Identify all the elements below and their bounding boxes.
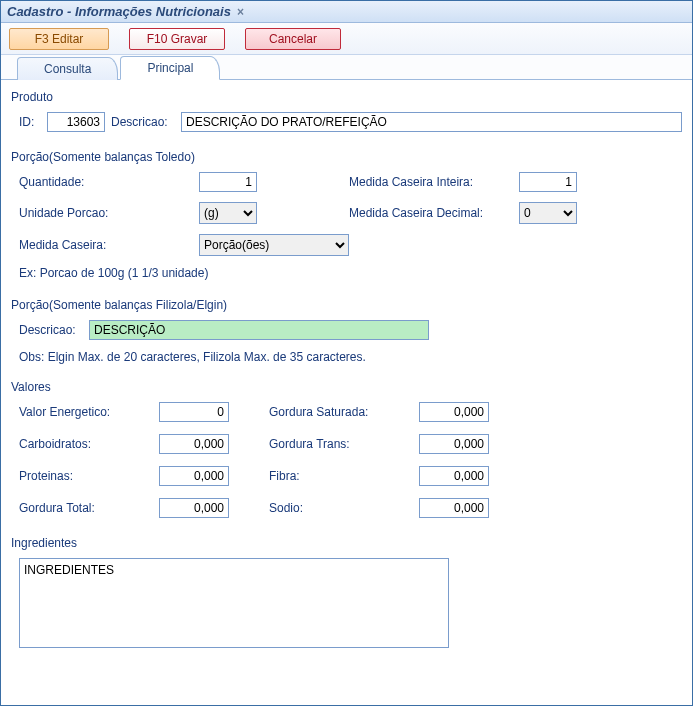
content-pane: Produto ID: Descricao: Porção(Somente ba… bbox=[1, 79, 692, 705]
proteinas-label: Proteinas: bbox=[19, 469, 159, 483]
gordura-trans-label: Gordura Trans: bbox=[269, 437, 419, 451]
window-title: Cadastro - Informações Nutricionais bbox=[7, 4, 231, 19]
fibra-field[interactable] bbox=[419, 466, 489, 486]
tab-consulta[interactable]: Consulta bbox=[17, 57, 118, 80]
fibra-label: Fibra: bbox=[269, 469, 419, 483]
ex-text: Ex: Porcao de 100g (1 1/3 unidade) bbox=[11, 266, 682, 280]
quantidade-label: Quantidade: bbox=[19, 175, 199, 189]
row-filizola-desc: Descricao: bbox=[11, 320, 682, 340]
titlebar: Cadastro - Informações Nutricionais × bbox=[1, 1, 692, 23]
filizola-descricao-label: Descricao: bbox=[19, 323, 89, 337]
section-porcao-filizola: Porção(Somente balanças Filizola/Elgin) bbox=[11, 298, 682, 312]
cancel-button[interactable]: Cancelar bbox=[245, 28, 341, 50]
grid-porcao-toledo: Quantidade: Medida Caseira Inteira: Unid… bbox=[11, 172, 682, 256]
medida-decimal-label: Medida Caseira Decimal: bbox=[349, 206, 519, 220]
gordura-saturada-field[interactable] bbox=[419, 402, 489, 422]
gordura-total-field[interactable] bbox=[159, 498, 229, 518]
section-valores: Valores bbox=[11, 380, 682, 394]
section-ingredientes: Ingredientes bbox=[11, 536, 682, 550]
row-ingredientes bbox=[11, 558, 682, 651]
close-icon[interactable]: × bbox=[237, 5, 244, 19]
medida-inteira-field[interactable] bbox=[519, 172, 577, 192]
window: Cadastro - Informações Nutricionais × F3… bbox=[0, 0, 693, 706]
descricao-field[interactable] bbox=[181, 112, 682, 132]
obs-text: Obs: Elgin Max. de 20 caracteres, Filizo… bbox=[11, 350, 682, 364]
tab-principal[interactable]: Principal bbox=[120, 56, 220, 80]
id-label: ID: bbox=[19, 115, 47, 129]
carboidratos-field[interactable] bbox=[159, 434, 229, 454]
unidade-porcao-select[interactable]: (g) bbox=[199, 202, 257, 224]
valor-energetico-label: Valor Energetico: bbox=[19, 405, 159, 419]
toolbar: F3 Editar F10 Gravar Cancelar bbox=[1, 23, 692, 55]
valor-energetico-field[interactable] bbox=[159, 402, 229, 422]
sodio-field[interactable] bbox=[419, 498, 489, 518]
section-produto: Produto bbox=[11, 90, 682, 104]
medida-decimal-select[interactable]: 0 bbox=[519, 202, 577, 224]
tab-strip: Consulta Principal bbox=[1, 55, 692, 79]
medida-caseira-select[interactable]: Porção(ões) bbox=[199, 234, 349, 256]
sodio-label: Sodio: bbox=[269, 501, 419, 515]
medida-inteira-label: Medida Caseira Inteira: bbox=[349, 175, 519, 189]
proteinas-field[interactable] bbox=[159, 466, 229, 486]
gordura-saturada-label: Gordura Saturada: bbox=[269, 405, 419, 419]
filizola-descricao-field[interactable] bbox=[89, 320, 429, 340]
save-button[interactable]: F10 Gravar bbox=[129, 28, 225, 50]
edit-button[interactable]: F3 Editar bbox=[9, 28, 109, 50]
ingredientes-field[interactable] bbox=[19, 558, 449, 648]
unidade-label: Unidade Porcao: bbox=[19, 206, 199, 220]
gordura-trans-field[interactable] bbox=[419, 434, 489, 454]
carboidratos-label: Carboidratos: bbox=[19, 437, 159, 451]
descricao-label: Descricao: bbox=[111, 115, 181, 129]
quantidade-field[interactable] bbox=[199, 172, 257, 192]
row-produto: ID: Descricao: bbox=[11, 112, 682, 132]
grid-valores: Valor Energetico: Gordura Saturada: Carb… bbox=[11, 402, 682, 518]
medida-caseira-label: Medida Caseira: bbox=[19, 238, 199, 252]
section-porcao-toledo: Porção(Somente balanças Toledo) bbox=[11, 150, 682, 164]
gordura-total-label: Gordura Total: bbox=[19, 501, 159, 515]
id-field[interactable] bbox=[47, 112, 105, 132]
